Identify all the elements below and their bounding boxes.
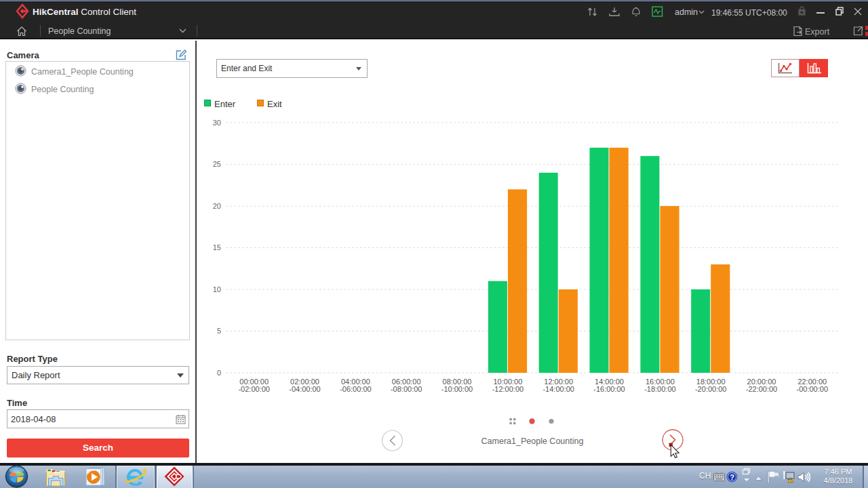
svg-text:-06:00:00: -06:00:00 <box>340 385 371 393</box>
svg-text:0: 0 <box>217 369 221 377</box>
svg-text:!: ! <box>790 478 791 483</box>
svg-text:-08:00:00: -08:00:00 <box>391 385 422 393</box>
svg-text:-18:00:00: -18:00:00 <box>644 385 675 393</box>
svg-text:-20:00:00: -20:00:00 <box>695 385 726 393</box>
svg-text:-02:00:00: -02:00:00 <box>238 385 269 393</box>
svg-text:20: 20 <box>213 202 221 210</box>
svg-text:-12:00:00: -12:00:00 <box>492 385 524 393</box>
svg-text:-04:00:00: -04:00:00 <box>289 385 320 393</box>
svg-text:-16:00:00: -16:00:00 <box>593 385 625 393</box>
svg-text:15: 15 <box>213 243 221 251</box>
svg-text:30: 30 <box>213 119 221 127</box>
svg-text:10: 10 <box>213 285 221 293</box>
svg-text:-00:00:00: -00:00:00 <box>797 385 828 393</box>
svg-text:?: ? <box>730 473 734 481</box>
svg-text:-14:00:00: -14:00:00 <box>542 385 574 393</box>
svg-text:5: 5 <box>217 327 221 335</box>
svg-text:-22:00:00: -22:00:00 <box>746 385 777 393</box>
svg-text:Camera1_People Counting: Camera1_People Counting <box>481 436 584 446</box>
svg-text:-10:00:00: -10:00:00 <box>441 385 473 393</box>
svg-text:25: 25 <box>213 160 221 168</box>
